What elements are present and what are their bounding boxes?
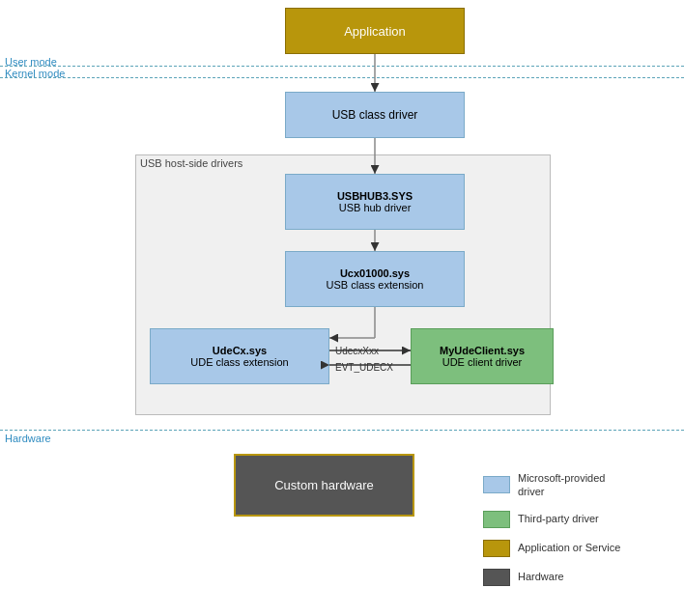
usbhub-box: USBHUB3.SYS USB hub driver — [285, 174, 465, 230]
custom-hw-label: Custom hardware — [274, 478, 374, 492]
legend-text-green: Third-party driver — [518, 512, 599, 525]
usb-host-label: USB host-side drivers — [140, 157, 242, 169]
usb-class-driver-box: USB class driver — [285, 92, 465, 138]
legend-item-blue: Microsoft-provideddriver — [483, 471, 676, 499]
legend-item-green: Third-party driver — [483, 511, 676, 528]
myude-subtitle: UDE client driver — [442, 356, 523, 368]
legend-text-blue: Microsoft-provideddriver — [518, 471, 605, 499]
legend-box-dark — [483, 569, 510, 586]
usbhub-title: USBHUB3.SYS — [337, 190, 413, 202]
kernel-mode-line — [0, 77, 684, 78]
arrow-top-label: UdecxXxx — [335, 346, 379, 356]
legend-box-blue — [483, 476, 510, 493]
myude-title: MyUdeClient.sys — [440, 345, 525, 356]
legend-box-gold — [483, 540, 510, 557]
udecx-subtitle: UDE class extension — [190, 356, 289, 368]
usb-class-driver-label: USB class driver — [332, 108, 418, 122]
usbhub-subtitle: USB hub driver — [339, 202, 412, 213]
application-label: Application — [344, 24, 406, 39]
legend-box-green — [483, 511, 510, 528]
arrow-bottom-label: EVT_UDECX — [335, 362, 393, 373]
application-box: Application — [285, 8, 465, 54]
legend-text-gold: Application or Service — [518, 541, 620, 554]
udecx-box: UdeCx.sys UDE class extension — [150, 328, 329, 384]
ucx-title: Ucx01000.sys — [340, 267, 410, 279]
user-mode-line — [0, 66, 684, 67]
legend-text-dark: Hardware — [518, 570, 564, 583]
custom-hw-box: Custom hardware — [234, 454, 414, 517]
myude-box: MyUdeClient.sys UDE client driver — [411, 328, 554, 384]
hardware-line — [0, 430, 684, 431]
ucx-box: Ucx01000.sys USB class extension — [285, 251, 465, 307]
ucx-subtitle: USB class extension — [327, 279, 424, 291]
legend-item-dark: Hardware — [483, 569, 676, 586]
legend: Microsoft-provideddriver Third-party dri… — [483, 471, 676, 598]
diagram: Application User mode Kernel mode USB cl… — [0, 0, 684, 616]
hardware-label: Hardware — [5, 433, 51, 444]
udecx-title: UdeCx.sys — [213, 345, 267, 356]
legend-item-gold: Application or Service — [483, 540, 676, 557]
